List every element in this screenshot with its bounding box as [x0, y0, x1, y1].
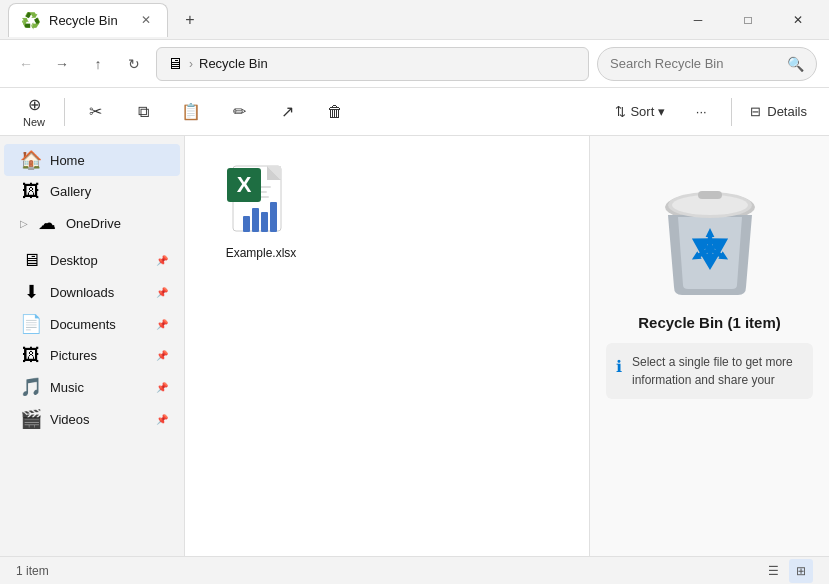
- details-panel: Recycle Bin (1 item) ℹ Select a single f…: [589, 136, 829, 556]
- detail-title: Recycle Bin (1 item): [638, 314, 781, 331]
- rename-button[interactable]: ✏: [217, 92, 261, 132]
- cut-button[interactable]: ✂: [73, 92, 117, 132]
- copy-button[interactable]: ⧉: [121, 92, 165, 132]
- titlebar: ♻️ Recycle Bin ✕ + ─ □ ✕: [0, 0, 829, 40]
- recycle-bin-svg: [660, 177, 760, 297]
- new-icon: ⊕: [28, 95, 41, 114]
- new-button[interactable]: ⊕ New: [12, 92, 56, 132]
- sort-icon: ⇅: [615, 104, 626, 119]
- documents-icon: 📄: [20, 313, 42, 335]
- toolbar-separator-2: [731, 98, 732, 126]
- sidebar-videos-label: Videos: [50, 412, 148, 427]
- sort-button[interactable]: ⇅ Sort ▾: [605, 92, 675, 132]
- back-button[interactable]: ←: [12, 50, 40, 78]
- pictures-pin-icon: 📌: [156, 350, 168, 361]
- pictures-icon: 🖼: [20, 345, 42, 366]
- rename-icon: ✏: [233, 102, 246, 121]
- paste-button[interactable]: 📋: [169, 92, 213, 132]
- tab-close-button[interactable]: ✕: [137, 11, 155, 29]
- sidebar-desktop-label: Desktop: [50, 253, 148, 268]
- search-box[interactable]: 🔍: [597, 47, 817, 81]
- videos-icon: 🎬: [20, 408, 42, 430]
- details-icon: ⊟: [750, 104, 761, 119]
- tab-title: Recycle Bin: [49, 13, 129, 28]
- addressbar: ← → ↑ ↻ 🖥 › Recycle Bin 🔍: [0, 40, 829, 88]
- address-separator: ›: [189, 57, 193, 71]
- maximize-button[interactable]: □: [725, 4, 771, 36]
- svg-text:X: X: [237, 172, 252, 197]
- file-item-example-xlsx[interactable]: X Example.xlsx: [201, 152, 321, 268]
- grid-view-button[interactable]: ⊞: [789, 559, 813, 583]
- more-icon: ···: [696, 104, 707, 119]
- tab-recycle-bin[interactable]: ♻️ Recycle Bin ✕: [8, 3, 168, 37]
- minimize-button[interactable]: ─: [675, 4, 721, 36]
- status-item-count: 1 item: [16, 564, 49, 578]
- desktop-icon: 🖥: [20, 250, 42, 271]
- recycle-bin-graphic: [655, 172, 765, 302]
- copy-icon: ⧉: [138, 103, 149, 121]
- sidebar-item-pictures[interactable]: 🖼 Pictures 📌: [4, 340, 180, 371]
- documents-pin-icon: 📌: [156, 319, 168, 330]
- downloads-pin-icon: 📌: [156, 287, 168, 298]
- new-tab-button[interactable]: +: [176, 6, 204, 34]
- paste-icon: 📋: [181, 102, 201, 121]
- downloads-icon: ⬇: [20, 281, 42, 303]
- new-label: New: [23, 116, 45, 128]
- sidebar-documents-label: Documents: [50, 317, 148, 332]
- sort-label: Sort: [630, 104, 654, 119]
- detail-info-text: Select a single file to get more informa…: [632, 353, 803, 389]
- forward-button[interactable]: →: [48, 50, 76, 78]
- share-icon: ↗: [281, 102, 294, 121]
- file-list: X Example.xlsx: [185, 136, 589, 556]
- close-button[interactable]: ✕: [775, 4, 821, 36]
- gallery-icon: 🖼: [20, 181, 42, 202]
- sidebar-downloads-label: Downloads: [50, 285, 148, 300]
- details-button[interactable]: ⊟ Details: [740, 92, 817, 132]
- more-button[interactable]: ···: [679, 92, 723, 132]
- info-icon: ℹ: [616, 355, 622, 379]
- music-icon: 🎵: [20, 376, 42, 398]
- up-button[interactable]: ↑: [84, 50, 112, 78]
- home-icon: 🏠: [20, 149, 42, 171]
- delete-icon: 🗑: [327, 103, 343, 121]
- sidebar-item-documents[interactable]: 📄 Documents 📌: [4, 308, 180, 340]
- file-name: Example.xlsx: [226, 246, 297, 260]
- sort-chevron: ▾: [658, 104, 665, 119]
- search-icon: 🔍: [787, 56, 804, 72]
- sidebar-item-onedrive[interactable]: ▷ ☁ OneDrive: [4, 207, 180, 239]
- list-view-button[interactable]: ☰: [761, 559, 785, 583]
- svg-rect-11: [270, 202, 277, 232]
- sidebar-item-videos[interactable]: 🎬 Videos 📌: [4, 403, 180, 435]
- toolbar-separator-1: [64, 98, 65, 126]
- sidebar-gallery-label: Gallery: [50, 184, 168, 199]
- address-box[interactable]: 🖥 › Recycle Bin: [156, 47, 589, 81]
- onedrive-icon: ☁: [36, 212, 58, 234]
- tab-area: ♻️ Recycle Bin ✕ +: [8, 3, 675, 37]
- sidebar-item-downloads[interactable]: ⬇ Downloads 📌: [4, 276, 180, 308]
- sidebar-item-desktop[interactable]: 🖥 Desktop 📌: [4, 245, 180, 276]
- content-area: X Example.xlsx: [185, 136, 829, 556]
- monitor-icon: 🖥: [167, 55, 183, 73]
- expand-icon: ▷: [20, 218, 28, 229]
- svg-rect-10: [261, 212, 268, 232]
- sidebar-item-home[interactable]: 🏠 Home: [4, 144, 180, 176]
- file-icon-container: X: [221, 160, 301, 240]
- refresh-button[interactable]: ↻: [120, 50, 148, 78]
- tab-icon: ♻️: [21, 11, 41, 30]
- statusbar: 1 item ☰ ⊞: [0, 556, 829, 584]
- view-toggles: ☰ ⊞: [761, 559, 813, 583]
- sidebar: 🏠 Home 🖼 Gallery ▷ ☁ OneDrive 🖥 Desktop …: [0, 136, 185, 556]
- main-layout: 🏠 Home 🖼 Gallery ▷ ☁ OneDrive 🖥 Desktop …: [0, 136, 829, 556]
- toolbar: ⊕ New ✂ ⧉ 📋 ✏ ↗ 🗑 ⇅ Sort ▾ ··· ⊟ Details: [0, 88, 829, 136]
- sidebar-home-label: Home: [50, 153, 168, 168]
- sidebar-pictures-label: Pictures: [50, 348, 148, 363]
- delete-button[interactable]: 🗑: [313, 92, 357, 132]
- sidebar-music-label: Music: [50, 380, 148, 395]
- svg-rect-8: [243, 216, 250, 232]
- window-controls: ─ □ ✕: [675, 4, 821, 36]
- sidebar-item-music[interactable]: 🎵 Music 📌: [4, 371, 180, 403]
- desktop-pin-icon: 📌: [156, 255, 168, 266]
- search-input[interactable]: [610, 56, 779, 71]
- sidebar-item-gallery[interactable]: 🖼 Gallery: [4, 176, 180, 207]
- share-button[interactable]: ↗: [265, 92, 309, 132]
